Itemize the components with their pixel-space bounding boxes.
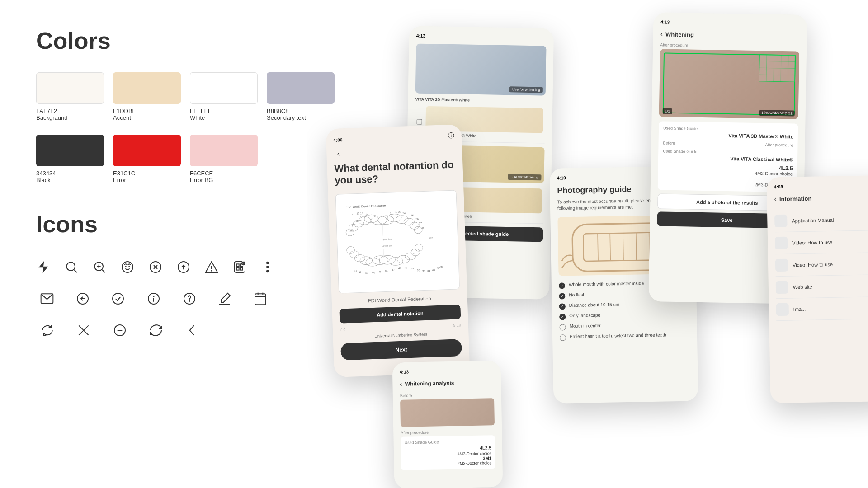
info-back-icon[interactable]: ‹ — [774, 195, 777, 203]
colors-title: Colors — [36, 27, 271, 54]
check-circle-icon[interactable] — [107, 287, 129, 310]
svg-point-29 — [267, 270, 269, 272]
shade-classical-value: Vita VITA Classical White® — [663, 155, 793, 162]
info-item-video1[interactable]: Video: How to use — [775, 230, 868, 254]
color-hex-errorbg: F6CECE — [190, 170, 213, 177]
video2-icon — [775, 259, 788, 272]
svg-line-90 — [383, 249, 384, 258]
svg-text:32: 32 — [437, 267, 440, 269]
svg-text:FDI World Dental Federation: FDI World Dental Federation — [347, 204, 387, 208]
svg-text:44: 44 — [372, 271, 375, 274]
color-grid-overlay — [759, 54, 796, 82]
info-icon[interactable] — [143, 287, 165, 310]
search-icon[interactable] — [64, 256, 79, 278]
minus-circle-icon[interactable] — [108, 319, 131, 342]
face-smile-icon[interactable] — [120, 256, 135, 278]
whitening-back-icon[interactable]: ‹ — [660, 30, 663, 38]
color-item-white: FFFFFF White — [190, 72, 258, 121]
icons-row-3 — [36, 319, 271, 342]
svg-text:48: 48 — [398, 267, 401, 269]
svg-point-28 — [267, 266, 269, 268]
svg-rect-22 — [240, 267, 242, 270]
svg-point-27 — [267, 262, 269, 264]
mail-icon[interactable] — [36, 287, 58, 310]
edit-icon[interactable] — [214, 287, 236, 310]
dental-back-button[interactable]: ‹ — [334, 149, 343, 159]
info-item-manual[interactable]: Application Manual — [774, 208, 868, 232]
warning-icon[interactable] — [204, 256, 219, 278]
upload-circle-icon[interactable] — [176, 256, 191, 278]
dental-diagram-svg: FDI World Dental Federation 21 22 23 24 … — [342, 196, 453, 288]
question-circle-icon[interactable] — [178, 287, 200, 310]
info-label-image: Ima... — [793, 306, 806, 312]
photo-guide-time: 4:10 — [557, 175, 566, 180]
dental-notation-question: What dental notantion do you use? — [334, 159, 456, 187]
zoom-in-icon[interactable] — [92, 256, 107, 278]
info-item-website[interactable]: Web site — [775, 275, 868, 299]
phone-info-screen: 4:08 ‹ Information Application Manual Vi… — [767, 175, 868, 404]
check-label-4: Only landscape — [569, 313, 600, 318]
svg-line-113 — [636, 233, 637, 260]
check-icon-3 — [559, 303, 566, 310]
shade-checkbox-1[interactable] — [416, 119, 422, 124]
svg-text:35: 35 — [422, 269, 425, 272]
check-label-5: Mouth in center — [569, 323, 600, 328]
svg-point-1 — [66, 262, 75, 271]
info-item-image[interactable]: Ima... — [776, 297, 868, 321]
settings-icon[interactable] — [232, 256, 247, 278]
more-vertical-icon[interactable] — [260, 256, 275, 278]
svg-text:31: 31 — [440, 265, 443, 268]
use-for-whitening-badge: Use for whitening — [509, 86, 543, 93]
svg-line-110 — [598, 234, 598, 261]
info-circle-icon: ⓘ — [448, 131, 455, 140]
svg-point-7 — [122, 262, 133, 272]
icons-grid — [36, 256, 271, 342]
close-circle-icon[interactable] — [148, 256, 163, 278]
svg-text:12 13: 12 13 — [357, 212, 364, 215]
svg-point-80 — [415, 244, 423, 251]
svg-text:24: 24 — [403, 211, 406, 214]
shade-guide-time: 4:13 — [416, 33, 425, 38]
whitening-time: 4:13 — [660, 19, 670, 24]
check-label-2: No flash — [569, 292, 585, 297]
result-4l25: 4L2.5 — [405, 445, 491, 451]
result-2m3: 2M3-Doctor choice — [405, 460, 491, 466]
svg-point-85 — [350, 250, 359, 258]
info-item-video2[interactable]: Video: How to use — [775, 253, 868, 277]
next-button[interactable]: Next — [340, 339, 462, 360]
icons-row-2 — [36, 287, 271, 310]
svg-point-36 — [153, 296, 154, 296]
svg-text:43: 43 — [365, 272, 368, 274]
svg-rect-40 — [255, 294, 266, 305]
check-icon-1 — [559, 282, 565, 289]
color-name-black: Black — [36, 177, 51, 183]
shade-guide-top-image: Use for whitening — [415, 44, 547, 96]
image-icon — [776, 303, 789, 316]
sync-icon[interactable] — [145, 319, 167, 342]
arrow-left-circle-icon[interactable] — [72, 287, 94, 310]
calendar-icon[interactable] — [249, 287, 271, 310]
svg-point-38 — [189, 301, 189, 301]
left-panel: Colors FAF7F2 Backgraund F1DDBE Accent F… — [0, 0, 307, 488]
analysis-back-icon[interactable]: ‹ — [400, 380, 402, 388]
add-dental-notation-button[interactable]: Add dental notation — [339, 305, 461, 323]
svg-line-112 — [623, 233, 623, 261]
color-name-background: Backgraund — [36, 114, 67, 121]
color-grid-svg — [759, 54, 796, 82]
color-hex-white: FFFFFF — [190, 108, 212, 114]
svg-line-89 — [383, 225, 383, 236]
x-icon[interactable] — [72, 319, 95, 342]
check-label-6: Patient hasn't a tooth, select two and t… — [570, 332, 666, 339]
notation-diagram: FDI World Dental Federation 21 22 23 24 … — [335, 190, 460, 293]
svg-text:45: 45 — [378, 270, 382, 273]
flash-icon[interactable] — [36, 256, 51, 278]
whitening-title: Whitening — [665, 31, 694, 38]
refresh-icon[interactable] — [36, 319, 59, 342]
analysis-title: Whitening analysis — [405, 380, 454, 387]
color-item-background: FAF7F2 Backgraund — [36, 72, 104, 121]
chevron-left-icon[interactable] — [181, 319, 203, 342]
color-name-white: White — [190, 114, 205, 121]
color-name-secondary: Secondary text — [267, 114, 306, 121]
svg-point-81 — [372, 255, 388, 265]
color-swatch-white — [190, 72, 258, 104]
